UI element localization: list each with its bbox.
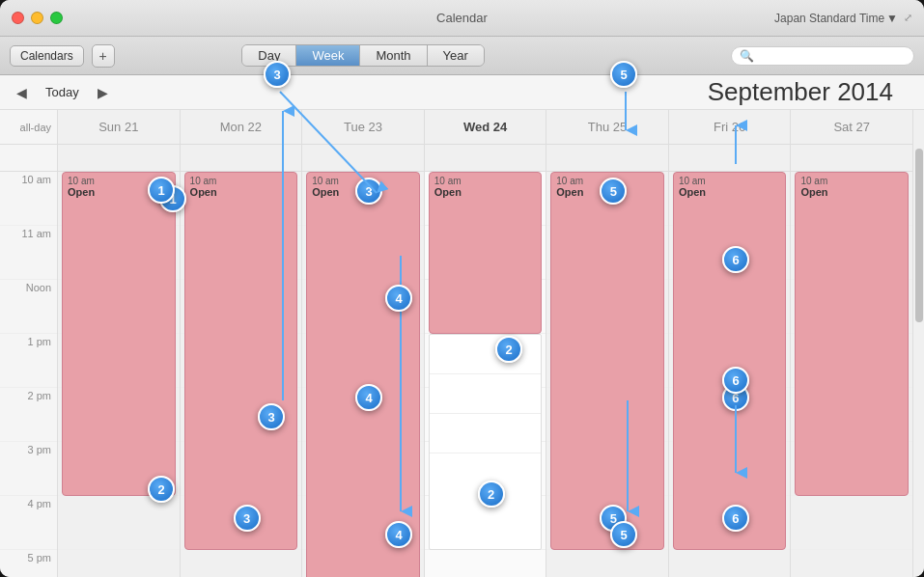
window-title: Calendar — [436, 11, 488, 25]
day-col-sat[interactable]: 10 am Open — [791, 172, 912, 577]
allday-tue[interactable] — [302, 145, 425, 171]
window-controls — [0, 12, 63, 24]
allday-wed[interactable] — [425, 145, 547, 171]
allday-mon[interactable] — [181, 145, 303, 171]
search-icon: 🔍 — [740, 49, 754, 63]
titlebar: Calendar Japan Standard Time ▼ ⤢ — [0, 0, 924, 37]
days-area: Sun 21 Mon 22 Tue 23 Wed 24 Thu 25 Fri 2… — [58, 110, 912, 577]
all-day-label: all-day — [0, 110, 57, 145]
day-header-sun: Sun 21 — [58, 110, 181, 144]
add-event-button[interactable]: + — [92, 44, 115, 68]
event-sat[interactable]: 10 am Open — [795, 172, 909, 496]
allday-sat[interactable] — [791, 145, 912, 171]
app-window: Calendar Japan Standard Time ▼ ⤢ Calenda… — [0, 0, 924, 577]
allday-sun[interactable] — [58, 145, 181, 171]
maximize-button[interactable] — [50, 12, 63, 24]
wed-empty-block — [429, 334, 543, 550]
time-column: all-day 10 am 11 am Noon 1 pm 2 pm 3 pm … — [0, 110, 58, 577]
scrollbar-thumb[interactable] — [915, 149, 923, 322]
day-header-sat: Sat 27 — [791, 110, 912, 144]
time-4pm: 4 pm — [0, 496, 57, 550]
event-thu[interactable]: 10 am Open — [550, 172, 664, 550]
month-title: September 2014 — [708, 77, 912, 107]
search-input[interactable] — [758, 49, 906, 63]
day-header-wed: Wed 24 — [425, 110, 547, 144]
calendar-area: all-day 10 am 11 am Noon 1 pm 2 pm 3 pm … — [0, 110, 924, 577]
view-tabs: Day Week Month Year — [241, 44, 485, 67]
day-col-sun[interactable]: 10 am Open 1 2 — [58, 172, 181, 577]
tab-year[interactable]: Year — [428, 45, 484, 66]
allday-thu[interactable] — [546, 145, 669, 171]
close-button[interactable] — [12, 12, 24, 24]
next-button[interactable]: ▶ — [93, 83, 113, 102]
nav-arrows: ◀ Today ▶ — [12, 83, 113, 102]
time-3pm: 3 pm — [0, 442, 57, 496]
tab-day[interactable]: Day — [242, 45, 296, 66]
time-noon: Noon — [0, 280, 57, 334]
time-10am: 10 am — [0, 172, 57, 226]
day-col-mon[interactable]: 10 am Open 3 — [181, 172, 303, 577]
allday-spacer — [0, 145, 57, 172]
tab-week[interactable]: Week — [296, 45, 360, 66]
event-sun[interactable]: 10 am Open — [62, 172, 176, 496]
toolbar: Calendars + Day Week Month Year 🔍 — [0, 37, 924, 75]
day-header-tue: Tue 23 — [302, 110, 425, 144]
day-header-thu: Thu 25 — [546, 110, 669, 144]
scrollbar-track[interactable] — [912, 110, 924, 577]
day-col-wed[interactable]: 10 am Open 2 — [425, 172, 547, 577]
fullscreen-button[interactable]: ⤢ — [904, 12, 912, 24]
time-labels: 10 am 11 am Noon 1 pm 2 pm 3 pm 4 pm 5 p… — [0, 172, 57, 577]
event-tue[interactable]: 10 am Open — [306, 172, 420, 577]
event-wed-top[interactable]: 10 am Open — [429, 172, 543, 334]
prev-button[interactable]: ◀ — [12, 83, 32, 102]
days-header: Sun 21 Mon 22 Tue 23 Wed 24 Thu 25 Fri 2… — [58, 110, 912, 145]
today-button[interactable]: Today — [38, 83, 87, 101]
calendars-button[interactable]: Calendars — [10, 45, 84, 67]
minimize-button[interactable] — [31, 12, 43, 24]
time-2pm: 2 pm — [0, 388, 57, 442]
allday-fri[interactable] — [669, 145, 792, 171]
event-fri[interactable]: 10 am Open — [673, 172, 787, 550]
day-header-mon: Mon 22 — [181, 110, 303, 144]
day-col-fri[interactable]: 10 am Open 6 6 — [669, 172, 792, 577]
day-col-tue[interactable]: 10 am Open 3 4 — [302, 172, 425, 577]
time-5pm: 5 pm — [0, 550, 57, 577]
days-grid: 10 am Open 1 2 — [58, 172, 912, 577]
day-col-thu[interactable]: 10 am Open 5 5 — [546, 172, 669, 577]
allday-row — [58, 145, 912, 172]
timezone-selector[interactable]: Japan Standard Time ▼ ⤢ — [774, 12, 912, 25]
dropdown-arrow-icon: ▼ — [886, 12, 898, 25]
time-11am: 11 am — [0, 226, 57, 280]
tab-month[interactable]: Month — [360, 45, 427, 66]
event-mon[interactable]: 10 am Open — [184, 172, 298, 550]
search-box[interactable]: 🔍 — [731, 46, 914, 66]
time-1pm: 1 pm — [0, 334, 57, 388]
nav-bar: ◀ Today ▶ September 2014 — [0, 75, 924, 110]
day-header-fri: Fri 26 — [669, 110, 792, 144]
